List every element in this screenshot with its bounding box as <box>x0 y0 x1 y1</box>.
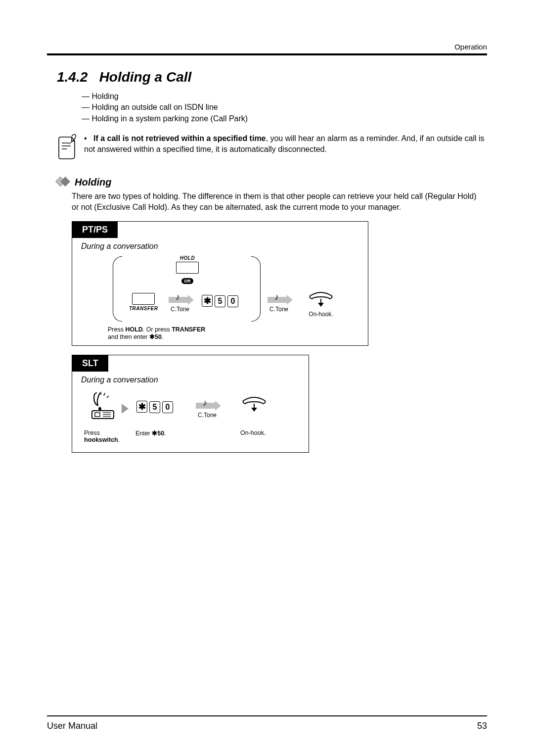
section-number: 1.4.2 <box>57 69 88 85</box>
ptps-caption: Press HOLD. Or press TRANSFER and then e… <box>108 326 205 340</box>
footer-page-number: 53 <box>477 721 487 731</box>
toc-item: — Holding an outside call on ISDN line <box>82 102 487 113</box>
subheading-row: Holding <box>57 177 487 188</box>
note-icon <box>57 133 84 162</box>
key-5: 5 <box>149 401 160 413</box>
brace-left <box>113 256 122 322</box>
footer-rule <box>47 715 487 716</box>
context-line: During a conversation <box>81 376 309 384</box>
ctone-icon: ♪ <box>267 294 290 306</box>
key-0: 0 <box>162 401 173 413</box>
onhook-icon <box>307 291 335 308</box>
footer-title: User Manual <box>47 721 97 731</box>
svg-rect-4 <box>95 413 100 417</box>
hold-label: HOLD <box>176 255 199 261</box>
header-category: Operation <box>454 43 487 51</box>
key-0: 0 <box>227 295 238 307</box>
context-line: During a conversation <box>81 242 368 251</box>
subheading-paragraph: There are two types of holding. The diff… <box>72 191 482 212</box>
key-star: ✱ <box>202 295 213 307</box>
subheading: Holding <box>75 177 111 188</box>
header-rule <box>47 53 487 55</box>
diamond-icon <box>57 178 71 187</box>
ctone-label: C.Tone <box>169 306 191 313</box>
note-lead: If a call is not retrieved within a spec… <box>93 134 266 142</box>
onhook-label: On-hook. <box>307 311 335 318</box>
note-block: • If a call is not retrieved within a sp… <box>57 133 487 162</box>
section-name: Holding a Call <box>99 69 192 85</box>
brace-right <box>251 256 261 322</box>
ctone-label: C.Tone <box>267 306 290 313</box>
key-5: 5 <box>215 295 225 307</box>
slt-caption-onhook: On-hook. <box>240 429 266 436</box>
bullet: • <box>84 134 87 142</box>
arrow-icon <box>122 404 129 414</box>
hold-button-icon <box>176 262 199 274</box>
key-star: ✱ <box>136 401 147 413</box>
toc-item: — Holding in a system parking zone (Call… <box>82 113 487 124</box>
manual-page: Operation 1.4.2 Holding a Call — Holding… <box>0 0 534 756</box>
procedure-tab-slt: SLT <box>72 355 108 372</box>
slt-caption-enter: Enter ✱50. <box>135 429 166 437</box>
ctone-icon: ♪ <box>196 400 219 412</box>
section-title: 1.4.2 Holding a Call <box>57 69 487 85</box>
ctone-label: C.Tone <box>196 412 219 419</box>
procedure-box-ptps: PT/PS During a conversation HOLD OR TRAN… <box>72 221 368 346</box>
note-text: • If a call is not retrieved within a sp… <box>84 133 487 162</box>
onhook-icon <box>240 396 268 413</box>
toc-item: — Holding <box>82 91 487 102</box>
sub-toc: — Holding — Holding an outside call on I… <box>82 91 487 124</box>
ctone-icon: ♪ <box>169 294 191 306</box>
procedure-tab-ptps: PT/PS <box>72 222 118 238</box>
procedure-box-slt: SLT During a conversation ✱50 <box>72 355 309 453</box>
slt-caption-press: Presshookswitch. <box>84 429 120 443</box>
transfer-button-icon <box>132 293 155 305</box>
hookswitch-icon <box>89 391 117 421</box>
transfer-label: TRANSFER <box>129 306 158 311</box>
or-pill: OR <box>181 278 193 284</box>
